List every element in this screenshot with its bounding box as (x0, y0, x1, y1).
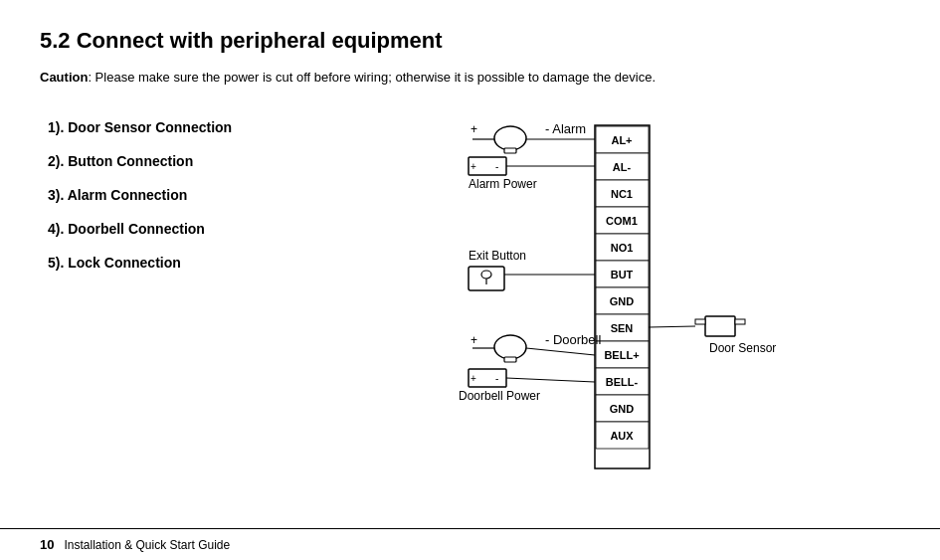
svg-text:AL-: AL- (612, 161, 631, 173)
svg-text:Exit  Button: Exit Button (469, 249, 526, 263)
svg-text:+: + (470, 333, 477, 347)
svg-text:BELL-: BELL- (605, 376, 638, 388)
main-content: 5.2 Connect with peripheral equipment Ca… (0, 0, 940, 528)
svg-line-56 (649, 326, 695, 327)
svg-rect-52 (705, 316, 735, 336)
list-item-2: 2). Button Connection (40, 149, 298, 173)
svg-text:- Alarm: - Alarm (545, 121, 586, 136)
svg-line-45 (526, 348, 595, 355)
svg-text:COM1: COM1 (606, 215, 638, 227)
svg-rect-26 (504, 148, 516, 153)
page-title: 5.2 Connect with peripheral equipment (40, 28, 900, 54)
svg-text:- Doorbell: - Doorbell (545, 332, 601, 347)
svg-point-41 (494, 335, 526, 359)
svg-text:Alarm Power: Alarm Power (469, 177, 537, 191)
caution-text: Caution: Please make sure the power is c… (40, 68, 900, 88)
svg-text:BELL+: BELL+ (604, 349, 639, 361)
svg-text:NO1: NO1 (610, 242, 633, 254)
svg-text:Door  Sensor: Door Sensor (709, 341, 776, 355)
svg-text:+: + (470, 161, 476, 172)
list-item-5: 5). Lock Connection (40, 251, 298, 275)
list-section: 1). Door Sensor Connection 2). Button Co… (40, 105, 298, 509)
svg-point-25 (494, 126, 526, 150)
svg-text:-: - (495, 373, 498, 384)
svg-text:-: - (495, 161, 498, 172)
svg-text:AUX: AUX (610, 430, 634, 442)
svg-text:SEN: SEN (610, 322, 633, 334)
footer: 10 Installation & Quick Start Guide (0, 528, 940, 560)
caution-label: Caution (40, 70, 88, 85)
svg-text:GND: GND (609, 403, 634, 415)
list-item-3: 3). Alarm Connection (40, 183, 298, 207)
footer-title: Installation & Quick Start Guide (64, 538, 230, 552)
svg-text:GND: GND (609, 295, 634, 307)
caution-body: : Please make sure the power is cut off … (88, 70, 656, 85)
diagram-section: AL+ AL- NC1 COM1 NO1 BUT GND (328, 105, 900, 509)
svg-line-50 (506, 378, 595, 382)
content-area: 1). Door Sensor Connection 2). Button Co… (40, 105, 900, 509)
svg-rect-42 (504, 357, 516, 362)
svg-text:AL+: AL+ (611, 134, 632, 146)
svg-text:+: + (470, 373, 476, 384)
svg-text:+: + (470, 122, 477, 136)
list-item-4: 4). Doorbell Connection (40, 217, 298, 241)
svg-rect-54 (735, 319, 745, 324)
wiring-diagram: AL+ AL- NC1 COM1 NO1 BUT GND (401, 105, 829, 503)
svg-text:NC1: NC1 (610, 188, 632, 200)
svg-rect-53 (695, 319, 705, 324)
svg-text:BUT: BUT (610, 269, 633, 280)
svg-text:Doorbell  Power: Doorbell Power (459, 389, 540, 403)
list-item-1: 1). Door Sensor Connection (40, 115, 298, 139)
footer-page-number: 10 (40, 537, 54, 552)
